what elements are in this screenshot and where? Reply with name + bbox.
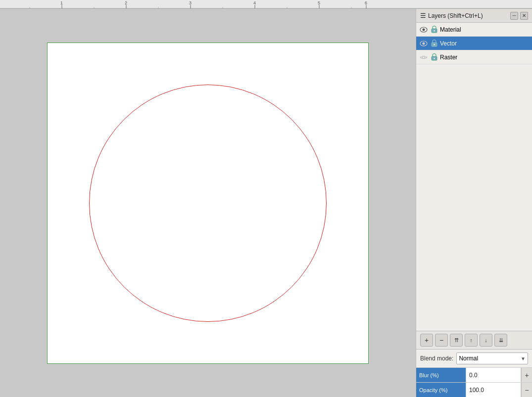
layers-header: ☰ Layers (Shift+Ctrl+L) ─ ✕ — [416, 9, 532, 23]
svg-point-21 — [423, 28, 425, 31]
svg-rect-23 — [434, 30, 435, 32]
layers-list: Material — [416, 23, 532, 177]
blur-row: Blur (%) 0.0 + — [416, 367, 532, 382]
move-down-button[interactable]: ↓ — [480, 334, 492, 347]
move-bottom-button[interactable]: ⇊ — [494, 334, 507, 347]
blend-mode-section: Blend mode: Normal ▼ — [416, 350, 532, 367]
layers-toolbar: + − ⇈ ↑ ↓ ⇊ — [416, 331, 532, 350]
remove-layer-button[interactable]: − — [435, 334, 448, 347]
svg-text:5: 5 — [318, 0, 320, 5]
move-up-button[interactable]: ↑ — [465, 334, 478, 347]
layer-item-material[interactable]: Material — [416, 23, 532, 37]
blur-value[interactable]: 0.0 — [466, 368, 521, 382]
svg-text:2: 2 — [125, 0, 127, 5]
layer-name-vector: Vector — [440, 40, 529, 47]
layer-lock-icon-vector[interactable] — [430, 40, 438, 47]
opacity-label: Opacity (%) — [416, 383, 466, 397]
svg-text:4: 4 — [253, 0, 256, 5]
blur-add-button[interactable]: + — [521, 368, 532, 382]
canvas-circle — [89, 85, 327, 322]
layer-lock-icon-material[interactable] — [430, 26, 438, 34]
layers-header-controls: ─ ✕ — [510, 12, 528, 20]
layer-name-raster: Raster — [440, 54, 529, 61]
svg-point-28 — [423, 56, 425, 58]
layers-icon: ☰ — [420, 12, 426, 19]
svg-rect-0 — [0, 0, 532, 9]
layers-panel: ☰ Layers (Shift+Ctrl+L) ─ ✕ — [416, 9, 532, 397]
layers-empty-space — [416, 177, 532, 331]
blend-mode-select[interactable]: Normal ▼ — [456, 353, 528, 364]
layers-title-text: Layers (Shift+Ctrl+L) — [428, 12, 483, 19]
canvas-paper — [47, 43, 369, 364]
opacity-value[interactable]: 100.0 — [466, 383, 521, 397]
layer-eye-icon-material[interactable] — [419, 25, 428, 34]
svg-text:6: 6 — [365, 0, 367, 5]
svg-point-25 — [423, 42, 425, 44]
svg-rect-30 — [434, 58, 435, 59]
svg-text:1: 1 — [60, 0, 63, 5]
blend-mode-label: Blend mode: — [420, 355, 453, 362]
layer-lock-icon-raster[interactable] — [430, 53, 438, 61]
canvas-area[interactable] — [0, 9, 416, 397]
svg-rect-27 — [434, 44, 435, 45]
opacity-row: Opacity (%) 100.0 − — [416, 382, 532, 397]
blend-mode-value: Normal — [459, 355, 478, 362]
blur-label: Blur (%) — [416, 368, 466, 382]
opacity-subtract-button[interactable]: − — [521, 383, 532, 397]
layers-panel-title: ☰ Layers (Shift+Ctrl+L) — [420, 12, 483, 19]
layer-name-material: Material — [440, 26, 529, 33]
blend-mode-arrow-icon: ▼ — [521, 356, 526, 361]
layer-item-vector[interactable]: Vector — [416, 37, 532, 50]
ruler: 1 2 3 4 5 6 — [0, 0, 532, 9]
layer-eye-icon-vector[interactable] — [419, 39, 428, 48]
move-top-button[interactable]: ⇈ — [450, 334, 463, 347]
svg-text:3: 3 — [189, 0, 192, 5]
layers-close-button[interactable]: ✕ — [520, 12, 528, 20]
add-layer-button[interactable]: + — [420, 334, 433, 347]
layer-item-raster[interactable]: Raster — [416, 50, 532, 64]
layers-minimize-button[interactable]: ─ — [510, 12, 518, 20]
layer-eye-icon-raster[interactable] — [419, 53, 428, 62]
